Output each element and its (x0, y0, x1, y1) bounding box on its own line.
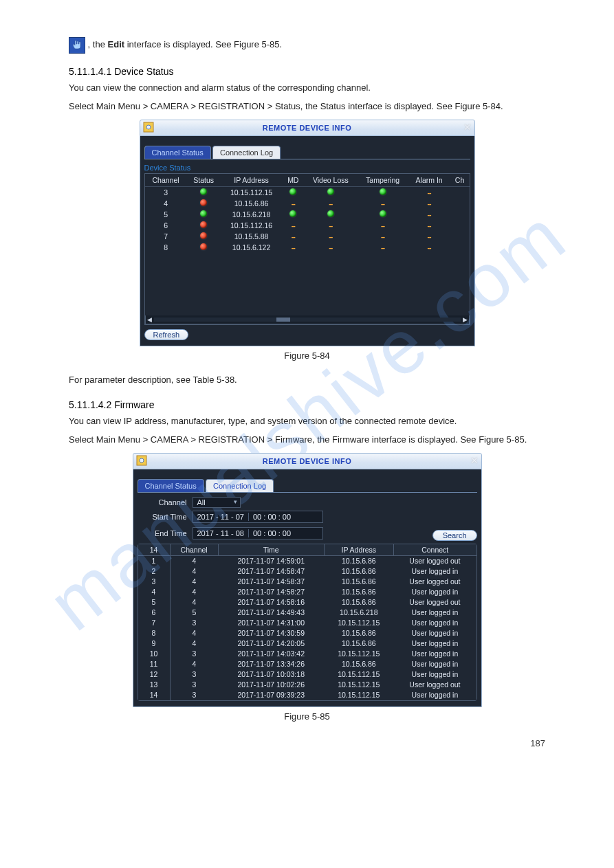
end-time-label: End Time (138, 529, 187, 537)
para-param-desc: For parameter description, see Table 5-3… (69, 373, 545, 388)
scroll-right-icon[interactable]: ▶ (463, 316, 468, 323)
col-video-loss: Video Loss (304, 174, 358, 187)
col-channel: Channel (145, 174, 187, 187)
app-icon (143, 122, 154, 133)
table-row: 310.15.112.15-- (145, 186, 470, 198)
table-row: 652017-11-07 14:49:4310.15.6.218User log… (138, 608, 476, 618)
app-icon-2 (136, 455, 147, 466)
search-button[interactable]: Search (432, 530, 477, 541)
start-time-input[interactable]: 2017 - 11 - 0700 : 00 : 00 (193, 511, 323, 523)
col-connect: Connect (393, 544, 476, 555)
col-alarm-in: Alarm In (408, 174, 450, 187)
titlebar-2: REMOTE DEVICE INFO ✕ (133, 453, 482, 469)
dash-icon: -- (329, 232, 332, 241)
table-row: 1332017-11-07 10:02:2610.15.112.15User l… (138, 680, 476, 690)
status-dot (289, 188, 296, 195)
window-title: REMOTE DEVICE INFO (263, 124, 351, 132)
para-log-desc: You can view IP address, manufacturer, t… (69, 414, 545, 429)
col-ch: Ch (450, 174, 470, 187)
table-row: 1032017-11-07 14:03:4210.15.112.15User l… (138, 649, 476, 659)
table-row: 610.15.112.16-------- (145, 220, 470, 231)
col-tampering: Tampering (358, 174, 408, 187)
dash-icon: -- (381, 199, 384, 208)
dash-icon: -- (329, 243, 332, 252)
col-channel: Channel (170, 544, 218, 555)
dash-icon: -- (292, 243, 295, 252)
end-time-input[interactable]: 2017 - 11 - 0800 : 00 : 00 (193, 527, 323, 539)
hand-icon (69, 37, 85, 54)
col-status: Status (187, 174, 221, 187)
dash-icon: -- (428, 221, 431, 230)
dash-icon: -- (381, 221, 384, 230)
svg-point-3 (140, 458, 144, 463)
log-heading: 5.11.1.4.2 Firmware (69, 399, 545, 410)
figure1-caption: Figure 5-84 (69, 350, 545, 361)
table-row: 732017-11-07 14:31:0010.15.112.15User lo… (138, 618, 476, 628)
dash-icon: -- (428, 232, 431, 241)
para-channel-status: You can view the connection and alarm st… (69, 81, 545, 96)
group-device-status: Device Status (144, 164, 470, 172)
status-dot (200, 210, 207, 217)
tab-channel-status[interactable]: Channel Status (144, 146, 211, 159)
refresh-button[interactable]: Refresh (144, 329, 189, 340)
para-click-edit: , the Edit interface is displayed. See F… (69, 37, 545, 54)
scroll-knob[interactable] (276, 318, 290, 322)
window-title-2: REMOTE DEVICE INFO (263, 457, 351, 465)
scroll-left-icon[interactable]: ◀ (147, 316, 152, 323)
close-icon-2[interactable]: ✕ (470, 455, 479, 466)
dash-icon: -- (428, 199, 431, 208)
channel-label: Channel (138, 498, 187, 507)
status-dot (289, 210, 296, 217)
status-dot (200, 232, 207, 239)
scroll-track[interactable] (154, 318, 461, 322)
dash-icon: -- (428, 210, 431, 219)
table-row: 810.15.6.122-------- (145, 242, 470, 253)
status-dot (200, 243, 207, 250)
dash-icon: -- (428, 243, 431, 252)
window-connection-log: REMOTE DEVICE INFO ✕ Channel Status Conn… (133, 453, 482, 707)
svg-point-1 (146, 125, 151, 129)
status-dot (200, 188, 207, 195)
dash-icon: -- (329, 199, 332, 208)
table-row: 510.15.6.218-- (145, 209, 470, 220)
status-dot (380, 188, 386, 195)
col-md: MD (283, 174, 305, 187)
tab-channel-status-2[interactable]: Channel Status (138, 479, 204, 492)
table-row: 842017-11-07 14:30:5910.15.6.86User logg… (138, 628, 476, 638)
hscrollbar[interactable]: ◀ ▶ (145, 315, 470, 324)
dash-icon: -- (381, 243, 384, 252)
status-dot (200, 199, 207, 206)
status-dot (200, 221, 207, 228)
dash-icon: -- (329, 221, 332, 230)
titlebar: REMOTE DEVICE INFO ✕ (140, 120, 475, 136)
figure2-caption: Figure 5-85 (69, 711, 545, 722)
table-row: 442017-11-07 14:58:2710.15.6.86User logg… (138, 587, 476, 597)
tab-connection-log[interactable]: Connection Log (212, 146, 281, 159)
close-icon[interactable]: ✕ (463, 122, 472, 133)
table-row: 710.15.5.88-------- (145, 231, 470, 242)
table-row: 1232017-11-07 10:03:1810.15.112.15User l… (138, 669, 476, 680)
tab-connection-log-2[interactable]: Connection Log (206, 479, 274, 492)
table-row: 142017-11-07 14:59:0110.15.6.86User logg… (138, 555, 476, 566)
status-heading: 5.11.1.4.1 Device Status (69, 66, 545, 77)
col-count: 14 (138, 544, 170, 555)
dash-icon: -- (292, 232, 295, 241)
step1: Select Main Menu > CAMERA > REGISTRATION… (69, 100, 545, 114)
table-row: 1432017-11-07 09:39:2310.15.112.15User l… (138, 690, 476, 701)
start-time-label: Start Time (138, 513, 187, 521)
col-time: Time (218, 544, 324, 555)
col-ip: IP Address (221, 174, 283, 187)
log-table: 14 Channel Time IP Address Connect 14201… (138, 544, 477, 701)
table-row: 942017-11-07 14:20:0510.15.6.86User logg… (138, 638, 476, 649)
channel-select[interactable]: All (193, 497, 241, 508)
page-number: 187 (69, 738, 545, 748)
status-dot (327, 188, 334, 195)
table-row: 342017-11-07 14:58:3710.15.6.86User logg… (138, 577, 476, 587)
table-row: 542017-11-07 14:58:1610.15.6.86User logg… (138, 597, 476, 608)
window-channel-status: REMOTE DEVICE INFO ✕ Channel Status Conn… (140, 120, 475, 346)
col-ip: IP Address (324, 544, 393, 555)
dash-icon: -- (381, 232, 384, 241)
status-dot (327, 210, 334, 217)
status-dot (380, 210, 386, 217)
dash-icon: -- (292, 221, 295, 230)
